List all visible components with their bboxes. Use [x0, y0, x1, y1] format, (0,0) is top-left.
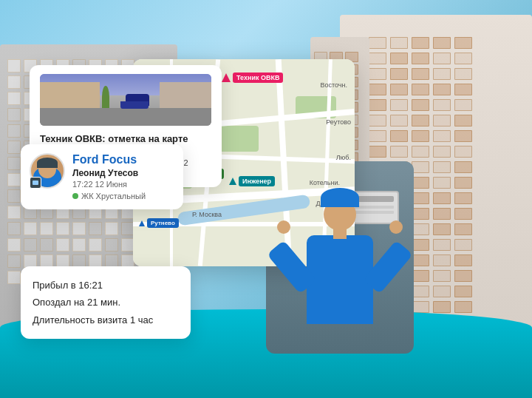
status-line-2: Опоздал на 21 мин. [33, 294, 179, 311]
map-pin-tehnik-ovkv: Техник ОВКВ [222, 72, 283, 83]
map-pin-inzhen: Инженер [229, 176, 275, 186]
map-label-lyub: Люб. [336, 154, 351, 161]
vehicle-driver: Леонид Утесов [72, 168, 174, 178]
map-label-kotelni: Котельни. [310, 179, 340, 186]
location-dot [72, 193, 78, 199]
vehicle-location-text: ЖК Хрустальный [81, 192, 146, 200]
map-label-vostoch: Восточн. [321, 81, 348, 89]
street-photo [40, 74, 211, 126]
vehicle-card: Ford Focus Леонид Утесов 17:22 12 Июня Ж… [21, 144, 183, 209]
status-line-1: Прибыл в 16:21 [33, 277, 179, 294]
vehicle-time: 17:22 12 Июня [72, 180, 174, 189]
status-card: Прибыл в 16:21 Опоздал на 21 мин. Длител… [21, 266, 191, 339]
map-pin-rutnevo: Рутнево [139, 218, 179, 228]
status-line-3: Длительность визита 1 час [33, 311, 179, 328]
vehicle-info: Ford Focus Леонид Утесов 17:22 12 Июня Ж… [72, 153, 174, 200]
map-label-reutovo: Реутово [326, 118, 351, 126]
pin-label-rutnevo: Рутнево [147, 218, 179, 228]
pin-label-inzhen: Инженер [239, 176, 275, 186]
driver-avatar [30, 153, 65, 189]
map-label-river: Р. Москва [192, 211, 222, 218]
vehicle-location: ЖК Хрустальный [72, 192, 174, 200]
info-card-title: Техник ОВКВ: отметка на карте [40, 133, 211, 144]
pin-label-tehnik-ovkv: Техник ОВКВ [233, 72, 283, 83]
vehicle-name: Ford Focus [72, 153, 174, 166]
